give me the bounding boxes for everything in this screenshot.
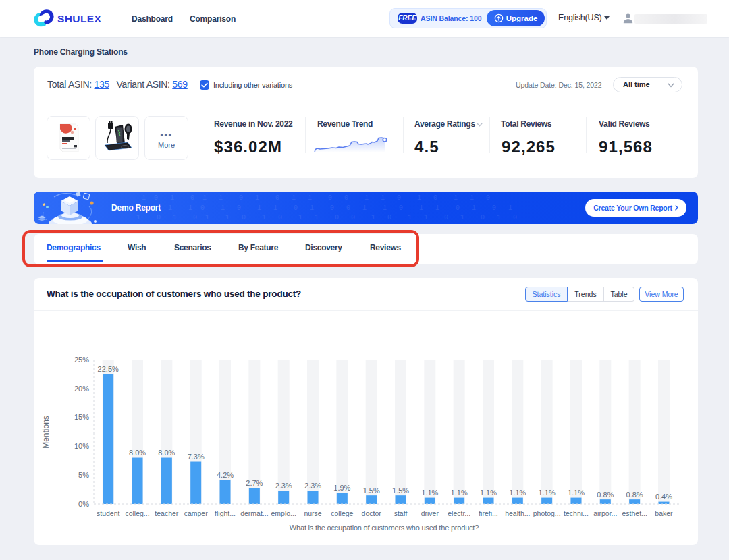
svg-text:teacher: teacher [155,509,179,517]
svg-text:4.2%: 4.2% [217,471,234,479]
svg-text:1.1%: 1.1% [509,488,526,497]
svg-text:college: college [331,509,353,517]
svg-text:health...: health... [505,509,530,517]
svg-text:dermat...: dermat... [240,509,268,517]
svg-text:1.1%: 1.1% [568,488,585,497]
svg-text:1 0 1 0 1 1 0: 1 0 1 0 1 1 0 1 0 1 1 0 0 1 0 1 1 0 1 0 … [136,214,517,221]
svg-text:baker: baker [655,509,673,517]
svg-text:1.5%: 1.5% [392,486,409,495]
svg-text:2.3%: 2.3% [275,482,292,490]
svg-text:camper: camper [184,509,209,517]
svg-text:doctor: doctor [362,509,382,517]
svg-text:colleg...: colleg... [125,509,149,517]
svg-text:10%: 10% [74,442,89,450]
svg-text:airpor...: airpor... [593,509,617,517]
svg-text:15%: 15% [74,413,89,421]
svg-text:0.8%: 0.8% [597,491,614,499]
svg-text:2.3%: 2.3% [304,482,321,490]
svg-text:22.5%: 22.5% [98,365,119,373]
svg-text:1 0 1 0 1 1 0 1: 1 0 1 0 1 1 0 1 0 1 1 0 0 1 1 0 1 0 1 1 … [142,194,490,202]
svg-text:firefi...: firefi... [479,509,498,517]
svg-text:nurse: nurse [304,509,321,517]
svg-text:1.5%: 1.5% [363,486,380,495]
svg-text:1.9%: 1.9% [333,484,350,492]
svg-text:7.3%: 7.3% [188,453,205,461]
svg-text:1.1%: 1.1% [539,488,556,497]
svg-text:esthet...: esthet... [622,509,647,517]
svg-text:0%: 0% [78,500,89,508]
svg-text:What is the occupation of cust: What is the occupation of customers who … [290,524,479,532]
svg-text:driver: driver [421,509,439,517]
svg-text:student: student [97,509,120,517]
svg-text:0.8%: 0.8% [626,491,643,499]
svg-text:emplo...: emplo... [271,509,296,517]
svg-text:0 1 1 0 1 0 1: 0 1 1 0 1 0 1 1 0 1 0 0 1 1 0 1 1 0 1 0 … [152,204,512,212]
svg-text:1.1%: 1.1% [451,488,468,497]
svg-text:techni...: techni... [564,509,589,517]
svg-text:0.4%: 0.4% [655,493,672,501]
svg-text:staff: staff [394,509,408,517]
svg-text:1.1%: 1.1% [421,488,438,497]
svg-text:25%: 25% [74,356,89,364]
svg-text:1.1%: 1.1% [480,488,497,497]
svg-text:8.0%: 8.0% [158,449,175,457]
svg-text:8.0%: 8.0% [129,449,146,457]
svg-text:2.7%: 2.7% [246,479,263,487]
svg-text:5%: 5% [78,471,89,479]
svg-text:photog...: photog... [533,509,561,517]
svg-text:flight...: flight... [215,509,236,517]
svg-text:Mentions: Mentions [41,416,51,449]
svg-text:electr...: electr... [448,509,470,517]
svg-text:20%: 20% [74,385,89,393]
